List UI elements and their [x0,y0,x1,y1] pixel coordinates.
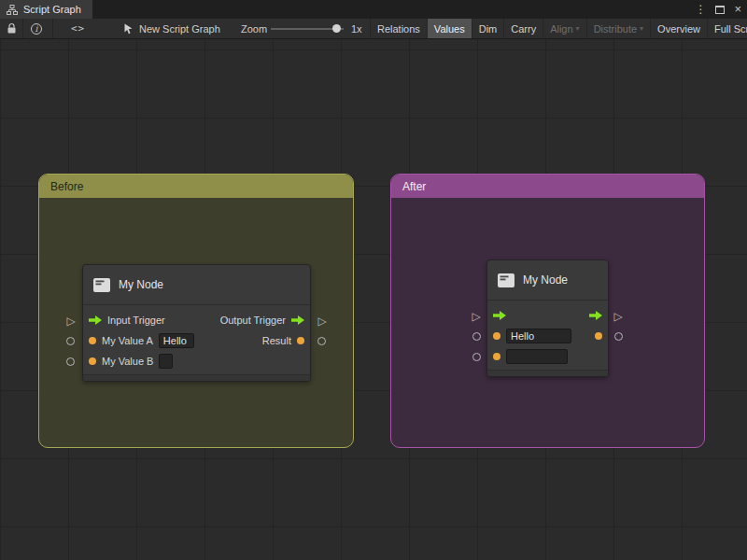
external-value-port-icon[interactable] [472,353,481,361]
zoom-label: Zoom [241,19,267,38]
value-a-input[interactable] [159,333,194,348]
input-trigger-port [493,311,506,320]
pointer-icon [123,23,134,35]
tab-script-graph[interactable]: Script Graph [0,0,92,19]
group-before-title: Before [50,180,83,193]
external-value-port-icon[interactable] [614,332,623,341]
node-my-node-before[interactable]: My Node Input Trigger Output Trigger [82,264,311,382]
chevron-down-icon: ▾ [576,24,580,33]
toolbar-buttons: Relations Values Dim Carry Align ▾ Distr… [370,19,747,38]
toolbar-button-fullscreen[interactable]: Full Scr [707,19,747,38]
window-controls: ⋮ × [695,0,741,19]
node-body: Input Trigger Output Trigger My Value A … [83,305,310,371]
result-port-icon[interactable] [595,332,602,340]
node-my-node-after[interactable]: My Node [486,259,609,377]
unity-editor-window: Script Graph ⋮ × <> New Script Graph [0,0,747,560]
result-port: Result [262,335,304,346]
node-body [487,301,608,367]
code-icon: <> [71,22,85,35]
node-header[interactable]: My Node [487,260,608,301]
info-button[interactable] [28,19,45,38]
value-b-input[interactable] [159,354,173,369]
toolbar-button-relations[interactable]: Relations [370,19,427,38]
info-icon [31,23,42,35]
graph-icon [7,5,18,15]
align-label: Align [550,23,572,35]
graph-toolbar: <> New Script Graph Zoom 1x Relations Va… [0,19,747,39]
port-row: My Value B [83,351,310,371]
group-before-header[interactable]: Before [39,175,353,198]
value-a-input[interactable] [506,329,571,343]
distribute-label: Distribute [594,23,637,35]
external-value-port-icon[interactable] [66,357,75,366]
value-b-port: My Value B [89,354,173,369]
value-b-input[interactable] [506,349,568,364]
output-trigger-port [589,311,602,320]
output-trigger-label: Output Trigger [220,315,286,326]
zoom-slider[interactable] [271,19,344,38]
toolbar-button-distribute[interactable]: Distribute ▾ [586,19,650,38]
output-trigger-port-icon[interactable] [291,315,304,325]
external-value-port-icon[interactable] [66,337,75,345]
port-row: My Value A Result [83,330,310,351]
node-footer [487,370,608,376]
group-after-title: After [402,180,426,193]
port-row [487,305,608,326]
external-trigger-port-icon[interactable]: ▷ [613,310,624,323]
result-port-icon[interactable] [297,337,304,344]
node-title: My Node [119,278,163,291]
toolbar-separator [52,19,53,38]
port-row [487,346,608,367]
toolbar-button-carry[interactable]: Carry [503,19,543,38]
graph-name-label: New Script Graph [139,23,220,35]
port-row: Input Trigger Output Trigger [83,310,310,330]
value-b-port [493,349,568,364]
toolbar-separator [22,19,23,38]
value-a-port [493,329,571,343]
input-trigger-port-icon[interactable] [89,315,102,325]
input-trigger-port-icon[interactable] [493,311,506,320]
node-footer [83,374,310,381]
output-trigger-port-icon[interactable] [589,311,602,320]
graph-breadcrumb[interactable]: New Script Graph [123,19,220,38]
node-header[interactable]: My Node [83,265,310,305]
zoom-value: 1x [351,19,362,38]
value-a-label: My Value A [102,335,153,346]
toolbar-button-dim[interactable]: Dim [472,19,504,38]
more-icon[interactable]: ⋮ [695,0,706,19]
value-a-port: My Value A [89,333,194,348]
chevron-down-icon: ▾ [640,24,643,33]
value-a-port-icon[interactable] [493,332,500,340]
value-a-port-icon[interactable] [89,337,96,344]
toolbar-button-values[interactable]: Values [427,19,472,38]
node-icon [92,277,111,293]
node-icon [497,273,515,288]
port-row [487,326,608,346]
external-value-port-icon[interactable] [317,337,326,345]
result-port [595,332,602,340]
result-label: Result [262,335,291,346]
input-trigger-port: Input Trigger [89,315,165,326]
node-title: My Node [523,273,568,287]
external-trigger-port-icon[interactable]: ▷ [317,315,328,328]
zoom-slider-thumb[interactable] [332,24,341,33]
value-b-port-icon[interactable] [89,357,96,365]
code-button[interactable]: <> [67,19,89,38]
tab-label: Script Graph [23,4,81,15]
value-b-label: My Value B [102,356,153,367]
close-icon[interactable]: × [734,0,741,19]
group-after-header[interactable]: After [391,175,704,198]
value-b-port-icon[interactable] [493,353,500,360]
external-value-port-icon[interactable] [472,332,481,341]
lock-icon [7,22,17,35]
toolbar-button-overview[interactable]: Overview [650,19,707,38]
input-trigger-label: Input Trigger [107,315,165,326]
external-trigger-port-icon[interactable]: ▷ [471,310,482,323]
lock-button[interactable] [4,19,20,38]
titlebar: Script Graph ⋮ × [0,0,747,19]
maximize-icon[interactable] [715,6,725,14]
output-trigger-port: Output Trigger [220,315,304,326]
external-trigger-port-icon[interactable]: ▷ [65,315,77,328]
toolbar-button-align[interactable]: Align ▾ [543,19,585,38]
